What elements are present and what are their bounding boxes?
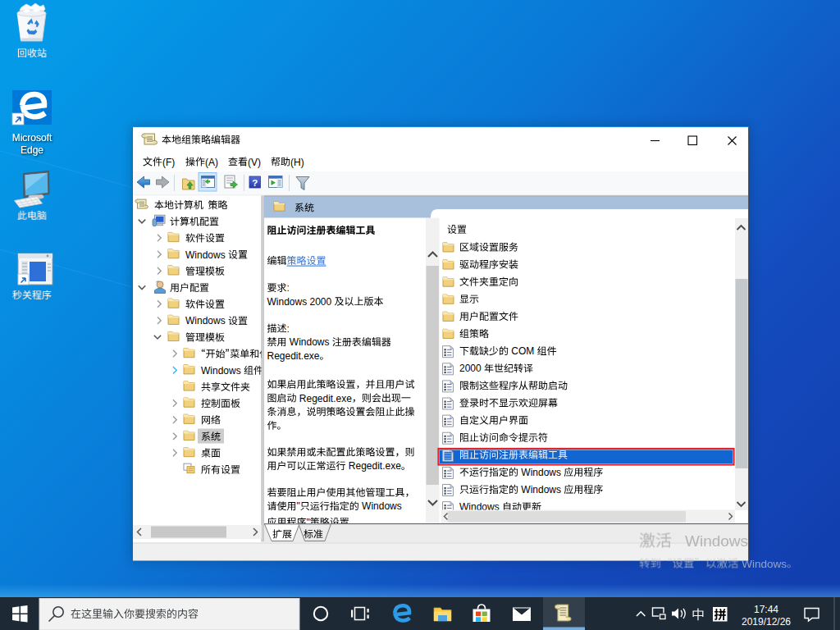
svg-text:Regedit.exe: Regedit.exe — [299, 393, 352, 404]
svg-text:17:44: 17:44 — [754, 604, 778, 615]
svg-text::: : — [287, 282, 290, 294]
svg-text:": " — [297, 500, 300, 512]
svg-text:2019/12/26: 2019/12/26 — [742, 616, 791, 628]
svg-text:?: ? — [252, 178, 258, 188]
svg-text:Regedit.exe: Regedit.exe — [267, 350, 320, 362]
svg-text:Windows: Windows — [742, 558, 787, 570]
svg-text:Edge: Edge — [21, 144, 43, 156]
svg-text:(A): (A) — [205, 157, 218, 168]
svg-text:Windows: Windows — [185, 315, 226, 326]
svg-text:(V): (V) — [248, 157, 261, 168]
svg-text:Windows: Windows — [362, 500, 402, 512]
svg-text:Microsoft: Microsoft — [12, 132, 52, 144]
svg-text:Regedit.exe: Regedit.exe — [349, 460, 401, 472]
svg-text:COM: COM — [511, 345, 534, 357]
svg-text:(F): (F) — [162, 157, 175, 168]
svg-text:Windows: Windows — [685, 532, 748, 550]
svg-text:Windows 2000: Windows 2000 — [267, 296, 332, 308]
svg-text:Windows: Windows — [201, 365, 241, 377]
svg-text:Windows: Windows — [290, 336, 330, 348]
svg-text::: : — [287, 323, 290, 335]
svg-text:Windows: Windows — [521, 467, 561, 478]
svg-text:Windows: Windows — [185, 249, 226, 261]
svg-text:2000: 2000 — [459, 363, 482, 374]
svg-text:(H): (H) — [290, 157, 304, 168]
svg-text:Windows: Windows — [521, 484, 561, 495]
